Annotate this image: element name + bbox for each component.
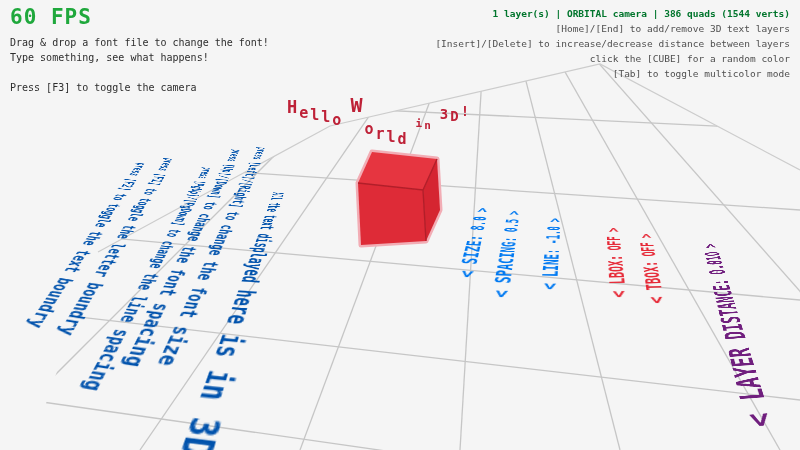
right-hints: [Home]/[End] to add/remove 3D text layer… [435, 21, 790, 81]
wave-text-3d: HelloWorldin3D! [287, 86, 471, 110]
hint-layer-distance: [Insert]/[Delete] to increase/decrease d… [435, 36, 790, 51]
cube-front-face[interactable] [358, 183, 426, 245]
hint-drag-drop-font: Drag & drop a font file to change the fo… [10, 35, 269, 50]
wave-letter: ! [461, 103, 471, 119]
fps-counter: 60 FPS [10, 6, 269, 28]
left-hints: Drag & drop a font file to change the fo… [10, 35, 269, 95]
hint-toggle-camera: Press [F3] to toggle the camera [10, 80, 269, 95]
hint-gap [10, 65, 269, 80]
stats-line: 1 layer(s) | ORBITAL camera | 386 quads … [435, 6, 790, 21]
wave-letter: H [287, 97, 299, 117]
wave-letter: n [424, 119, 433, 132]
wave-letter: D [450, 108, 460, 124]
wave-letter: o [364, 120, 375, 138]
hud-top-right: 1 layer(s) | ORBITAL camera | 386 quads … [435, 6, 790, 81]
wave-letter: l [386, 128, 397, 146]
wave-letter: e [299, 104, 310, 122]
wave-letter: l [310, 106, 321, 124]
wave-letter: d [398, 130, 409, 148]
hint-add-remove-layers: [Home]/[End] to add/remove 3D text layer… [435, 21, 790, 36]
wave-letter: W [350, 93, 364, 117]
hud-top-left: 60 FPS Drag & drop a font file to change… [10, 6, 269, 95]
wave-letter: r [375, 125, 386, 143]
hint-multicolor-mode: [Tab] to toggle multicolor mode [435, 66, 790, 81]
hint-cube-random-color: click the [CUBE] for a random color [435, 51, 790, 66]
hint-type-something: Type something, see what happens! [10, 50, 269, 65]
wave-letter: o [332, 111, 343, 129]
raylib-text-draw-3d-window: All the text displayed here is in 3Dpres… [0, 0, 800, 450]
wave-letter: 3 [440, 106, 450, 122]
wave-letter: l [321, 108, 332, 126]
wave-letter: i [416, 117, 425, 130]
